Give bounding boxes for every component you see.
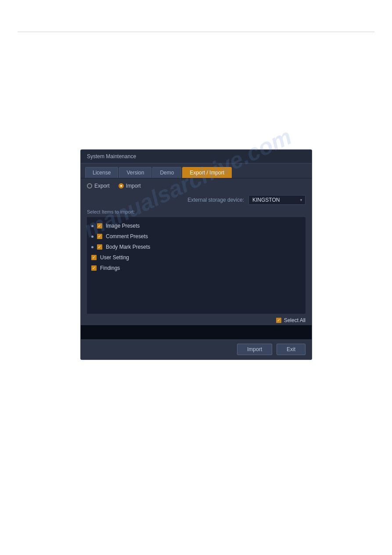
radio-import[interactable]: Import: [119, 183, 141, 189]
item-label-user-setting: User Setting: [100, 254, 129, 261]
list-item-user-setting[interactable]: User Setting: [87, 252, 306, 263]
storage-label: External storage device:: [187, 197, 244, 203]
select-all-checkbox[interactable]: [276, 318, 281, 323]
tab-version[interactable]: Version: [119, 167, 151, 178]
select-all-row: Select All: [81, 314, 312, 325]
storage-select[interactable]: KINGSTON USB Drive SD Card: [248, 195, 306, 205]
radio-export-label: Export: [94, 183, 110, 189]
items-section-label: Select Items to import:: [81, 209, 312, 217]
bullet-comment-presets: [91, 236, 94, 238]
black-bar: [81, 325, 312, 339]
items-list: Image Presets Comment Presets Body Mark …: [87, 217, 306, 314]
item-label-body-mark-presets: Body Mark Presets: [106, 244, 150, 250]
checkbox-user-setting[interactable]: [91, 255, 97, 260]
exit-button[interactable]: Exit: [277, 344, 306, 355]
radio-row: Export Import: [81, 178, 312, 193]
system-maintenance-dialog: System Maintenance License Version Demo …: [80, 149, 312, 360]
dialog-title: System Maintenance: [81, 150, 312, 163]
storage-row: External storage device: KINGSTON USB Dr…: [81, 193, 312, 209]
list-item-image-presets[interactable]: Image Presets: [87, 221, 306, 231]
bullet-image-presets: [91, 225, 94, 227]
item-label-comment-presets: Comment Presets: [106, 233, 148, 239]
list-item-findings[interactable]: Findings: [87, 263, 306, 273]
import-button[interactable]: Import: [237, 344, 272, 355]
checkbox-findings[interactable]: [91, 265, 97, 271]
tab-demo[interactable]: Demo: [152, 167, 181, 178]
radio-import-label: Import: [126, 183, 141, 189]
tab-export-import[interactable]: Export / Import: [182, 167, 232, 178]
dialog-wrapper: System Maintenance License Version Demo …: [80, 149, 312, 360]
radio-import-circle: [119, 183, 124, 189]
bullet-body-mark-presets: [91, 246, 94, 248]
tab-bar: License Version Demo Export / Import: [81, 163, 312, 178]
select-all-label[interactable]: Select All: [284, 317, 306, 323]
checkbox-image-presets[interactable]: [97, 223, 102, 229]
tab-license[interactable]: License: [85, 167, 118, 178]
list-item-body-mark-presets[interactable]: Body Mark Presets: [87, 242, 306, 252]
item-label-image-presets: Image Presets: [106, 223, 140, 229]
storage-select-wrapper: KINGSTON USB Drive SD Card: [248, 195, 306, 205]
list-item-comment-presets[interactable]: Comment Presets: [87, 231, 306, 242]
item-label-findings: Findings: [100, 265, 120, 271]
top-divider: [18, 32, 374, 32]
checkbox-comment-presets[interactable]: [97, 234, 102, 239]
radio-export-circle: [87, 183, 92, 189]
dialog-footer: Import Exit: [81, 339, 312, 359]
checkbox-body-mark-presets[interactable]: [97, 244, 102, 250]
radio-export[interactable]: Export: [87, 183, 110, 189]
